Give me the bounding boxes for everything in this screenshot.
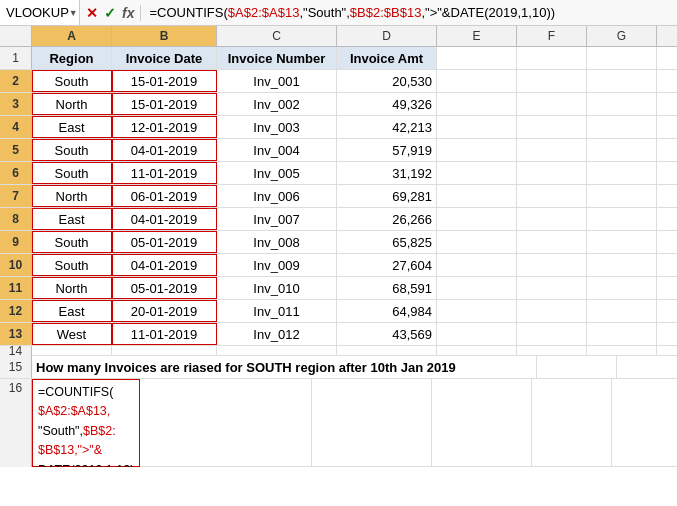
cell-b2[interactable]: 15-01-2019 (112, 70, 217, 92)
cell-d6[interactable]: 31,192 (337, 162, 437, 184)
cell-c16[interactable] (312, 379, 432, 467)
cell-f12[interactable] (517, 300, 587, 322)
cell-b13[interactable]: 11-01-2019 (112, 323, 217, 345)
cell-a3[interactable]: North (32, 93, 112, 115)
cell-c9[interactable]: Inv_008 (217, 231, 337, 253)
cell-f16[interactable] (612, 379, 677, 467)
cell-d8[interactable]: 26,266 (337, 208, 437, 230)
cell-f14[interactable] (517, 346, 587, 356)
cell-c4[interactable]: Inv_003 (217, 116, 337, 138)
cell-c13[interactable]: Inv_012 (217, 323, 337, 345)
cell-c14[interactable] (217, 346, 337, 356)
cell-g5[interactable] (587, 139, 657, 161)
cell-d3[interactable]: 49,326 (337, 93, 437, 115)
cell-b6[interactable]: 11-01-2019 (112, 162, 217, 184)
cell-e14[interactable] (437, 346, 517, 356)
cell-c10[interactable]: Inv_009 (217, 254, 337, 276)
col-header-d[interactable]: D (337, 26, 437, 46)
cell-f6[interactable] (517, 162, 587, 184)
cell-f11[interactable] (517, 277, 587, 299)
cell-g1[interactable] (587, 47, 657, 69)
cell-d4[interactable]: 42,213 (337, 116, 437, 138)
cell-b3[interactable]: 15-01-2019 (112, 93, 217, 115)
cell-c6[interactable]: Inv_005 (217, 162, 337, 184)
cell-b12[interactable]: 20-01-2019 (112, 300, 217, 322)
cell-e12[interactable] (437, 300, 517, 322)
cell-g3[interactable] (587, 93, 657, 115)
confirm-icon[interactable]: ✓ (104, 5, 116, 21)
cancel-icon[interactable]: ✕ (86, 5, 98, 21)
cell-g8[interactable] (587, 208, 657, 230)
cell-a8[interactable]: East (32, 208, 112, 230)
cell-c3[interactable]: Inv_002 (217, 93, 337, 115)
cell-d2[interactable]: 20,530 (337, 70, 437, 92)
col-header-g[interactable]: G (587, 26, 657, 46)
cell-e4[interactable] (437, 116, 517, 138)
cell-f8[interactable] (517, 208, 587, 230)
cell-d10[interactable]: 27,604 (337, 254, 437, 276)
cell-g13[interactable] (587, 323, 657, 345)
cell-d11[interactable]: 68,591 (337, 277, 437, 299)
cell-e2[interactable] (437, 70, 517, 92)
cell-g14[interactable] (587, 346, 657, 356)
cell-c5[interactable]: Inv_004 (217, 139, 337, 161)
cell-e7[interactable] (437, 185, 517, 207)
col-header-f[interactable]: F (517, 26, 587, 46)
cell-b14[interactable] (112, 346, 217, 356)
cell-c2[interactable]: Inv_001 (217, 70, 337, 92)
cell-b5[interactable]: 04-01-2019 (112, 139, 217, 161)
cell-e11[interactable] (437, 277, 517, 299)
cell-f1[interactable] (517, 47, 587, 69)
cell-a13[interactable]: West (32, 323, 112, 345)
cell-b16[interactable] (207, 379, 312, 467)
cell-b10[interactable]: 04-01-2019 (112, 254, 217, 276)
cell-f4[interactable] (517, 116, 587, 138)
cell-b11[interactable]: 05-01-2019 (112, 277, 217, 299)
cell-f10[interactable] (517, 254, 587, 276)
cell-d14[interactable] (337, 346, 437, 356)
cell-g9[interactable] (587, 231, 657, 253)
cell-f13[interactable] (517, 323, 587, 345)
cell-a9[interactable]: South (32, 231, 112, 253)
cell-d1[interactable]: Invoice Amt (337, 47, 437, 69)
cell-e3[interactable] (437, 93, 517, 115)
cell-a10[interactable]: South (32, 254, 112, 276)
cell-a1[interactable]: Region (32, 47, 112, 69)
cell-g11[interactable] (587, 277, 657, 299)
cell-a5[interactable]: South (32, 139, 112, 161)
cell-e10[interactable] (437, 254, 517, 276)
name-box[interactable]: VLOOKUP ▼ (0, 0, 80, 25)
cell-g12[interactable] (587, 300, 657, 322)
cell-a4[interactable]: East (32, 116, 112, 138)
cell-e6[interactable] (437, 162, 517, 184)
col-header-e[interactable]: E (437, 26, 517, 46)
cell-c12[interactable]: Inv_011 (217, 300, 337, 322)
cell-b9[interactable]: 05-01-2019 (112, 231, 217, 253)
fx-icon[interactable]: fx (122, 5, 134, 21)
cell-d7[interactable]: 69,281 (337, 185, 437, 207)
cell-a7[interactable]: North (32, 185, 112, 207)
cell-e5[interactable] (437, 139, 517, 161)
cell-f5[interactable] (517, 139, 587, 161)
cell-e13[interactable] (437, 323, 517, 345)
cell-f3[interactable] (517, 93, 587, 115)
col-header-a[interactable]: A (32, 26, 112, 46)
cell-e1[interactable] (437, 47, 517, 69)
cell-e15[interactable] (537, 356, 617, 378)
cell-a2[interactable]: South (32, 70, 112, 92)
col-header-b[interactable]: B (112, 26, 217, 46)
cell-e9[interactable] (437, 231, 517, 253)
cell-e8[interactable] (437, 208, 517, 230)
cell-f2[interactable] (517, 70, 587, 92)
cell-b1[interactable]: Invoice Date (112, 47, 217, 69)
cell-b7[interactable]: 06-01-2019 (112, 185, 217, 207)
cell-g6[interactable] (587, 162, 657, 184)
cell-a12[interactable]: East (32, 300, 112, 322)
cell-b4[interactable]: 12-01-2019 (112, 116, 217, 138)
cell-c7[interactable]: Inv_006 (217, 185, 337, 207)
cell-d5[interactable]: 57,919 (337, 139, 437, 161)
cell-f7[interactable] (517, 185, 587, 207)
formula-cell-block[interactable]: =COUNTIFS( $A$2:$A$13, "South",$B$2: $B$… (32, 379, 207, 467)
cell-d12[interactable]: 64,984 (337, 300, 437, 322)
cell-e16[interactable] (532, 379, 612, 467)
